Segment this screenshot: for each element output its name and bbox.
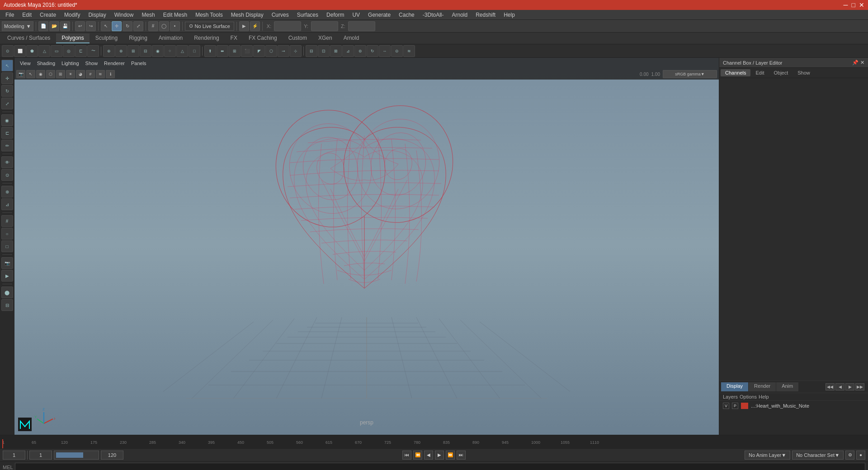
menu-mesh[interactable]: Mesh bbox=[138, 11, 158, 19]
shelf-duplicate-face[interactable]: ⬡ bbox=[265, 45, 277, 57]
select-tool-btn[interactable]: ↖ bbox=[101, 21, 111, 31]
scale-tool[interactable]: ⤢ bbox=[1, 98, 13, 109]
x-field[interactable] bbox=[274, 21, 301, 31]
shelf-extract[interactable]: ⊞ bbox=[127, 45, 139, 57]
shelf-cone[interactable]: △ bbox=[38, 45, 50, 57]
range-end-field[interactable]: 120 bbox=[101, 451, 123, 460]
snap-grid[interactable]: # bbox=[1, 215, 13, 227]
layer-next-btn[interactable]: ▶ bbox=[845, 383, 854, 390]
transport-goto-end[interactable]: ⏭ bbox=[457, 451, 466, 460]
tab-rigging[interactable]: Rigging bbox=[123, 33, 153, 43]
vp-hud-btn[interactable]: ℹ bbox=[106, 70, 115, 78]
menu-file[interactable]: File bbox=[2, 11, 18, 19]
tab-curves-surfaces[interactable]: Curves / Surfaces bbox=[2, 33, 56, 43]
sub-layers[interactable]: Layers bbox=[723, 394, 738, 400]
transport-step-fwd[interactable]: ⏩ bbox=[446, 451, 455, 460]
snap-object[interactable]: ○ bbox=[1, 228, 13, 240]
shelf-pipe[interactable]: ⊏ bbox=[75, 45, 87, 57]
transport-step-back[interactable]: ⏪ bbox=[413, 451, 422, 460]
range-slider[interactable] bbox=[54, 451, 99, 460]
mode-dropdown[interactable]: Modeling ▼ bbox=[2, 21, 33, 31]
menu-edit[interactable]: Edit bbox=[19, 11, 35, 19]
ch-tab-object[interactable]: Object bbox=[769, 69, 793, 76]
live-surface-btn[interactable]: ⊙ No Live Surface bbox=[185, 22, 234, 31]
vp-renderer-menu[interactable]: Renderer bbox=[101, 60, 127, 67]
shelf-sphere[interactable]: ⊙ bbox=[2, 45, 14, 57]
menu-window[interactable]: Window bbox=[111, 11, 137, 19]
soft-mod[interactable]: ⊿ bbox=[1, 198, 13, 210]
shelf-fill[interactable]: ⬛ bbox=[241, 45, 253, 57]
menu-mesh-display[interactable]: Mesh Display bbox=[227, 11, 267, 19]
layer-visibility[interactable]: V bbox=[723, 403, 729, 409]
menu-redshift[interactable]: Redshift bbox=[472, 11, 499, 19]
vp-camera-btn[interactable]: 📷 bbox=[16, 70, 25, 78]
shelf-connect[interactable]: ⊸ bbox=[278, 45, 289, 57]
snap-curve-btn[interactable]: ◯ bbox=[159, 21, 169, 31]
lasso-select[interactable]: ⊏ bbox=[1, 127, 13, 139]
transport-goto-start[interactable]: ⏮ bbox=[402, 451, 411, 460]
anim-layer-field[interactable]: No Anim Layer ▼ bbox=[745, 451, 790, 460]
shelf-torus[interactable]: ◎ bbox=[63, 45, 75, 57]
shelf-extrude[interactable]: ⬆ bbox=[204, 45, 216, 57]
vp-shadow-btn[interactable]: ◕ bbox=[76, 70, 85, 78]
tab-xgen[interactable]: XGen bbox=[313, 33, 338, 43]
shelf-combine[interactable]: ⊕ bbox=[103, 45, 115, 57]
rotate-tool[interactable]: ↻ bbox=[1, 85, 13, 97]
tab-fx-caching[interactable]: FX Caching bbox=[243, 33, 283, 43]
menu-arnold[interactable]: Arnold bbox=[448, 11, 471, 19]
menu-create[interactable]: Create bbox=[36, 11, 60, 19]
shelf-average[interactable]: ⁘ bbox=[164, 45, 176, 57]
ch-tab-show[interactable]: Show bbox=[793, 69, 815, 76]
shelf-append[interactable]: ⊞ bbox=[229, 45, 241, 57]
isolate[interactable]: ⊙ bbox=[1, 169, 13, 181]
snap-face[interactable]: □ bbox=[1, 240, 13, 252]
transport-play[interactable]: ▶ bbox=[435, 451, 444, 460]
vp-grid-btn[interactable]: # bbox=[86, 70, 95, 78]
scale-tool-btn[interactable]: ⤢ bbox=[133, 21, 143, 31]
render-region[interactable]: ▶ bbox=[1, 270, 13, 282]
sub-help[interactable]: Help bbox=[759, 394, 769, 400]
shelf-crease[interactable]: ⊿ bbox=[342, 45, 354, 57]
menu-uv[interactable]: UV bbox=[349, 11, 363, 19]
shelf-symmetrize[interactable]: ⊝ bbox=[391, 45, 403, 57]
tab-polygons[interactable]: Polygons bbox=[56, 33, 89, 43]
shelf-smooth[interactable]: ◉ bbox=[152, 45, 164, 57]
menu-3dto-all[interactable]: -3DtoAll- bbox=[419, 11, 448, 19]
move-tool-btn[interactable]: ✛ bbox=[112, 21, 122, 31]
layer-prev-btn[interactable]: ◀ bbox=[835, 383, 844, 390]
shelf-helix[interactable]: 〜 bbox=[87, 45, 99, 57]
menu-cache[interactable]: Cache bbox=[395, 11, 418, 19]
dp-tab-render[interactable]: Render bbox=[749, 382, 776, 391]
transport-play-back[interactable]: ◀ bbox=[424, 451, 433, 460]
vp-panels-menu[interactable]: Panels bbox=[128, 60, 149, 67]
sub-options[interactable]: Options bbox=[740, 394, 757, 400]
open-btn[interactable]: 📂 bbox=[49, 21, 59, 31]
frame-current-field[interactable]: 1 bbox=[29, 451, 52, 460]
vp-fog-btn[interactable]: ≋ bbox=[96, 70, 105, 78]
shelf-cylinder[interactable]: ⬟ bbox=[26, 45, 38, 57]
vp-shading-menu[interactable]: Shading bbox=[34, 60, 58, 67]
tab-animation[interactable]: Animation bbox=[153, 33, 188, 43]
snap-grid-btn[interactable]: # bbox=[148, 21, 158, 31]
quick-layout[interactable]: ⊟ bbox=[1, 299, 13, 311]
layer-forward-btn[interactable]: ▶▶ bbox=[855, 383, 864, 390]
shelf-quadrangulate[interactable]: □ bbox=[189, 45, 200, 57]
move-tool[interactable]: ✛ bbox=[1, 72, 13, 84]
tab-sculpting[interactable]: Sculpting bbox=[90, 33, 123, 43]
mel-label[interactable]: MEL bbox=[3, 465, 13, 470]
menu-deform[interactable]: Deform bbox=[323, 11, 348, 19]
shelf-boolean[interactable]: ⊟ bbox=[140, 45, 151, 57]
shelf-detach[interactable]: ⊹ bbox=[290, 45, 302, 57]
mel-input[interactable] bbox=[15, 463, 865, 470]
new-scene-btn[interactable]: 📄 bbox=[38, 21, 48, 31]
shelf-wedge[interactable]: ◤ bbox=[253, 45, 265, 57]
panel-pin-icon[interactable]: 📌 bbox=[852, 60, 859, 66]
timeline-numbers[interactable]: 1 65 120 175 230 285 340 395 450 505 560… bbox=[0, 435, 868, 448]
playhead[interactable] bbox=[2, 439, 3, 448]
camera-tool[interactable]: 📷 bbox=[1, 257, 13, 269]
ch-tab-edit[interactable]: Edit bbox=[751, 69, 769, 76]
minimize-btn[interactable]: ─ bbox=[844, 1, 848, 9]
redo-btn[interactable]: ↪ bbox=[86, 21, 96, 31]
tab-rendering[interactable]: Rendering bbox=[189, 33, 224, 43]
layer-playback[interactable]: P bbox=[732, 403, 738, 409]
